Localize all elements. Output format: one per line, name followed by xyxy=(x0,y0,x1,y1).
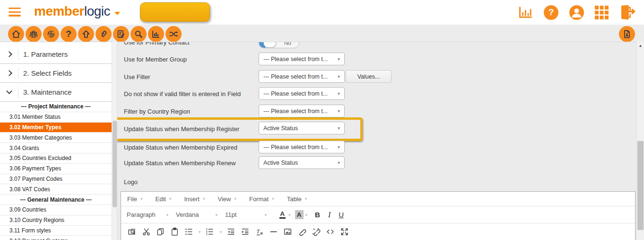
sidebar-item[interactable]: 3.06 Payment Types xyxy=(0,164,112,174)
users-icon[interactable] xyxy=(26,26,42,42)
source-code-icon[interactable] xyxy=(324,226,336,238)
chevron-down-icon: ▾ xyxy=(338,91,340,96)
scroll-up-arrow-icon[interactable]: ▲ xyxy=(637,44,644,48)
chevron-down-icon[interactable]: ▾ xyxy=(288,213,291,217)
find-replace-icon[interactable] xyxy=(126,226,138,238)
sync-settings-icon[interactable] xyxy=(43,26,59,42)
help-circle-icon[interactable]: ? xyxy=(61,26,77,42)
paste-icon[interactable] xyxy=(168,226,181,238)
brand-dropdown-caret-icon[interactable] xyxy=(114,12,120,15)
field-label: Use for Primary Contact xyxy=(124,42,190,46)
bold-button[interactable]: B xyxy=(315,211,320,219)
logout-icon[interactable] xyxy=(619,5,635,20)
chart-icon[interactable] xyxy=(148,26,164,42)
text-color-button[interactable]: A xyxy=(278,211,287,219)
field-label: Filter by Country Region xyxy=(124,108,190,115)
brand-logo[interactable]: memberlogic xyxy=(34,4,120,19)
paragraph-style-select[interactable]: Paragraph▾ xyxy=(127,211,168,218)
account-icon[interactable] xyxy=(569,5,584,20)
background-color-button[interactable]: A xyxy=(295,210,304,219)
chevron-down-icon: ▾ xyxy=(169,196,172,201)
chevron-down-icon: ▾ xyxy=(338,125,340,131)
horizontal-line-icon[interactable] xyxy=(267,226,279,238)
sidebar-item[interactable]: 3.05 Countries Excluded xyxy=(0,153,112,164)
dropdown-value: Active Status xyxy=(263,160,298,166)
sidebar-item[interactable]: 3.09 Countries xyxy=(0,205,112,215)
help-icon[interactable]: ? xyxy=(544,5,558,20)
sidebar-item[interactable]: 3.08 VAT Codes xyxy=(0,184,112,195)
sidebar-item[interactable]: 3.10 Country Regions xyxy=(0,215,112,226)
dropdown-value: --- Please select from t... xyxy=(263,144,328,151)
sidebar-scrollbar[interactable] xyxy=(112,42,117,240)
chevron-down-icon[interactable]: ▾ xyxy=(199,230,201,234)
chevron-down-icon[interactable]: ▾ xyxy=(305,213,308,217)
sidebar-scrollbar-thumb[interactable] xyxy=(113,121,117,207)
clear-formatting-icon[interactable]: T xyxy=(253,226,265,238)
increase-indent-icon[interactable] xyxy=(239,226,251,238)
main-content: Use for Primary Contact No Use for Membe… xyxy=(117,42,636,240)
hamburger-menu-icon[interactable] xyxy=(9,8,21,17)
font-size-select[interactable]: 11pt▾ xyxy=(225,211,267,218)
attachment-icon[interactable] xyxy=(96,26,112,42)
sidebar-section-maintenance[interactable]: 3. Maintenance xyxy=(0,83,112,102)
sidebar-item[interactable]: 3.04 Grants xyxy=(0,143,112,153)
member-group-dropdown[interactable]: --- Please select from t...▾ xyxy=(259,53,345,65)
chevron-down-icon: ▾ xyxy=(215,213,218,217)
italic-button[interactable]: I xyxy=(328,211,331,219)
menu-view[interactable]: View▾ xyxy=(218,196,236,203)
values-button[interactable]: Values... xyxy=(346,70,392,83)
main-scrollbar[interactable]: ▲ xyxy=(636,42,644,240)
logo-label: Logo xyxy=(124,178,138,186)
sidebar-section-parameters[interactable]: 1. Parameters xyxy=(0,45,112,64)
form-edit-icon[interactable] xyxy=(113,26,129,42)
sidebar-item[interactable]: 3.03 Member Categories xyxy=(0,133,112,143)
home-icon[interactable] xyxy=(8,26,24,42)
chevron-down-icon: ▾ xyxy=(140,196,143,201)
search-icon[interactable] xyxy=(131,26,147,42)
chevron-down-icon: ▾ xyxy=(338,56,340,62)
toggle-knob[interactable] xyxy=(263,42,276,48)
menu-file[interactable]: File▾ xyxy=(127,196,142,203)
numbered-list-icon[interactable] xyxy=(204,226,216,238)
decrease-indent-icon[interactable] xyxy=(225,226,237,238)
font-family-select[interactable]: Verdana▾ xyxy=(176,211,218,218)
apps-grid-icon[interactable] xyxy=(595,6,609,19)
sidebar-section-select-fields[interactable]: 2. Select Fields xyxy=(0,64,112,83)
underline-button[interactable]: U xyxy=(339,211,344,219)
fullscreen-icon[interactable] xyxy=(338,226,350,238)
menu-table[interactable]: Table▾ xyxy=(287,196,307,203)
status-expired-dropdown[interactable]: --- Please select from t...▾ xyxy=(259,141,345,153)
country-region-dropdown[interactable]: --- Please select from t...▾ xyxy=(259,105,345,117)
status-register-dropdown[interactable]: Active Status▾ xyxy=(259,122,345,134)
menu-insert[interactable]: Insert▾ xyxy=(184,196,205,203)
use-filter-dropdown[interactable]: --- Please select from t...▾ xyxy=(259,70,345,83)
sidebar-group-label: --- General Maintenance --- xyxy=(0,195,112,205)
chevron-down-icon[interactable]: ▾ xyxy=(220,230,222,234)
member-document-icon[interactable] xyxy=(619,26,635,42)
sidebar: 1. Parameters 2. Select Fields 3. Mainte… xyxy=(0,42,112,240)
valid-filter-field-dropdown[interactable]: --- Please select from t...▾ xyxy=(259,87,345,100)
sidebar-item[interactable]: 3.07 Payment Codes xyxy=(0,174,112,185)
statistics-icon[interactable] xyxy=(518,6,533,19)
bullet-list-icon[interactable] xyxy=(183,226,195,238)
cut-icon[interactable] xyxy=(140,226,152,238)
copy-icon[interactable] xyxy=(154,226,166,238)
sidebar-item[interactable]: 3.01 Member Status xyxy=(0,112,112,123)
insert-image-icon[interactable] xyxy=(281,226,294,238)
main-scrollbar-thumb[interactable] xyxy=(637,141,644,230)
sidebar-item[interactable]: 3.12 Payment Systems xyxy=(0,236,112,240)
chevron-down-icon: ▾ xyxy=(272,196,274,201)
status-renew-dropdown[interactable]: Active Status▾ xyxy=(259,156,345,169)
brand-member-text: member xyxy=(34,4,84,19)
primary-contact-toggle[interactable]: No xyxy=(259,42,299,48)
insert-link-icon[interactable] xyxy=(296,226,308,238)
upload-icon[interactable] xyxy=(78,26,94,42)
sidebar-item[interactable]: 3.02 Member Types xyxy=(0,123,112,133)
menu-format[interactable]: Format▾ xyxy=(249,196,274,203)
field-label: Use for Member Group xyxy=(124,56,187,63)
sidebar-item[interactable]: 3.11 Form styles xyxy=(0,226,112,236)
highlighted-blank-button[interactable] xyxy=(140,2,210,22)
shuffle-icon[interactable] xyxy=(165,26,182,42)
remove-link-icon[interactable] xyxy=(310,226,322,238)
menu-edit[interactable]: Edit▾ xyxy=(155,196,171,203)
